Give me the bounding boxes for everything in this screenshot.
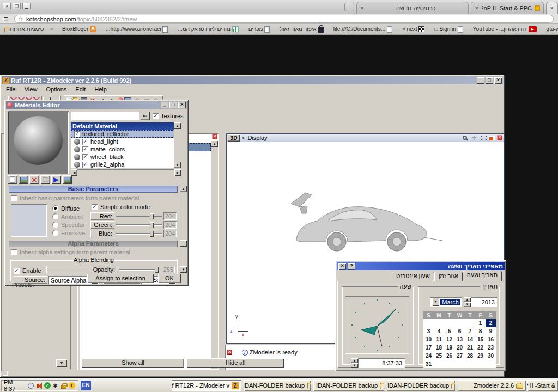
time-up[interactable]: ▲: [351, 358, 358, 363]
inherit-basic-checkbox[interactable]: Inherit basic parameters form parent mat…: [11, 195, 139, 201]
objects-panel-close-icon[interactable]: ✕: [212, 134, 217, 139]
calendar-day[interactable]: 27: [454, 352, 465, 360]
calendar-day[interactable]: 6: [454, 327, 465, 335]
default-material-header[interactable]: Default Material: [71, 122, 181, 130]
month-dropdown[interactable]: ▼ March: [430, 297, 462, 307]
taskbar-task-button[interactable]: IDAN-FOLDER backup: [387, 380, 455, 391]
calendar-day[interactable]: 7: [465, 327, 475, 335]
material-checkbox[interactable]: ✓: [82, 146, 88, 152]
taskbar-task-button[interactable]: IDAN-FOLDER backup: [244, 380, 311, 391]
calendar-day[interactable]: 21: [465, 344, 475, 352]
taskbar-task-button[interactable]: Zmodeler 2.2.6: [458, 380, 526, 391]
year-up[interactable]: ▲: [464, 297, 471, 302]
calendar-day[interactable]: 8: [475, 327, 486, 335]
browser-tab[interactable]: ✕כרטיסייה חדשה: [356, 2, 469, 14]
datetime-title-bar[interactable]: מאפייני תאריך ושעה ? ✕: [337, 262, 505, 270]
diffuse-color-swatch[interactable]: [11, 204, 47, 237]
bookmark-item[interactable]: איפוד מאוד זאול: [277, 26, 325, 33]
show-all-button[interactable]: Show all: [82, 358, 184, 368]
datetime-help-icon[interactable]: ?: [348, 263, 355, 270]
bookmark-item[interactable]: ...file:///C:/Documents: [331, 26, 395, 33]
bookmark-item[interactable]: BloxBlogerB: [60, 26, 98, 32]
materials-scroll-right[interactable]: ▶: [174, 169, 181, 176]
zmodeler-minimize-icon[interactable]: _: [477, 77, 484, 84]
menu-item-edit[interactable]: Edit: [75, 86, 86, 93]
log-close-icon[interactable]: ✕: [227, 350, 232, 355]
material-checkbox[interactable]: ✓: [74, 131, 80, 137]
ok-button[interactable]: OK: [158, 274, 181, 283]
bookmark-item[interactable]: מודים ליורו טראק המ...: [175, 26, 240, 32]
bookmarks-overflow-chevron[interactable]: «: [48, 26, 56, 32]
viewport-close-icon[interactable]: ✕: [497, 135, 502, 140]
calendar-day[interactable]: 18: [434, 344, 444, 352]
calendar-day[interactable]: 31: [423, 360, 434, 368]
tab-close-icon[interactable]: ✕: [360, 5, 365, 11]
calendar-day[interactable]: 3: [423, 327, 434, 335]
assign-to-selection-button[interactable]: Assign to selection: [87, 274, 154, 283]
menu-item-view[interactable]: View: [25, 86, 38, 93]
calendar-day[interactable]: 29: [475, 352, 486, 360]
other-bookmarks-label[interactable]: סימניות אחרות: [8, 26, 46, 32]
radio-emissive[interactable]: Emissive: [52, 229, 90, 237]
zmodeler-title-bar[interactable]: Z Ruf RT12R - ZModeler ver 2.2.6 (Build …: [2, 76, 503, 84]
play-icon[interactable]: ▶: [51, 175, 61, 184]
material-checkbox[interactable]: ✓: [82, 139, 88, 145]
calendar-day[interactable]: 12: [444, 335, 454, 344]
calendar-day[interactable]: 2: [486, 319, 496, 327]
zmodeler-maximize-icon[interactable]: □: [486, 77, 493, 84]
params-scroll-down[interactable]: ▼: [180, 266, 187, 273]
materials-scroll-down[interactable]: ▼: [174, 162, 181, 168]
material-row[interactable]: ✓grille2_alpha: [71, 161, 181, 168]
calendar-day[interactable]: 11: [434, 335, 444, 344]
language-indicator[interactable]: EN: [81, 381, 91, 390]
calendar-day[interactable]: 23: [486, 344, 496, 352]
zmodeler-close-icon[interactable]: ✕: [494, 77, 502, 84]
opacity-slider[interactable]: [119, 266, 159, 273]
calendar-day[interactable]: 20: [454, 344, 465, 352]
browser-tab[interactable]: ✕ky: [546, 2, 558, 14]
calendar-day[interactable]: 25: [434, 352, 444, 360]
objects-scroll-up[interactable]: ▲: [211, 140, 218, 147]
antivirus-icon[interactable]: ✓: [43, 382, 51, 390]
quick-launch-icon[interactable]: ✱: [51, 382, 59, 390]
bookmark-item[interactable]: gta-worldmod: [544, 26, 558, 32]
viewport-mode-button[interactable]: 3D: [228, 134, 240, 142]
materials-scroll-left[interactable]: ◀: [71, 169, 77, 176]
materials-minimize-icon[interactable]: _: [161, 102, 168, 108]
calendar-day[interactable]: 13: [454, 335, 465, 344]
slider-thumb[interactable]: [150, 231, 154, 237]
channel-slider[interactable]: [116, 221, 162, 229]
calendar-day[interactable]: 19: [444, 344, 454, 352]
materials-scroll-up[interactable]: ▲: [174, 122, 181, 129]
menu-item-options[interactable]: Options: [46, 86, 66, 93]
bookmark-item[interactable]: http://www.aironeraci...: [104, 26, 170, 33]
calendar-day[interactable]: 22: [475, 344, 486, 352]
year-value[interactable]: 2013: [471, 297, 497, 307]
taskbar-task-button[interactable]: IDAN-FOLDER backup: [313, 380, 384, 391]
time-down[interactable]: ▼: [351, 363, 358, 368]
slider-thumb[interactable]: [150, 222, 154, 228]
inherit-alpha-checkbox[interactable]: Inherit alpha settings form parent mater…: [11, 249, 130, 255]
material-row[interactable]: ✓matte_colors: [71, 145, 181, 153]
browser-tab[interactable]: ✕PnP II -Start & PPC-: [471, 2, 544, 14]
material-row[interactable]: ✓textured_reflector: [71, 130, 181, 138]
viewport-back-button[interactable]: <: [242, 134, 245, 141]
materials-close-icon[interactable]: ✕: [178, 102, 186, 108]
calendar-day[interactable]: 4: [434, 327, 444, 335]
radio-specular[interactable]: Specular: [52, 220, 90, 229]
materials-hscroll[interactable]: ◀ ▶: [71, 169, 181, 176]
calendar-day[interactable]: 5: [444, 327, 454, 335]
bookmark-star-icon[interactable]: ☆: [18, 15, 23, 22]
time-value[interactable]: 8:37:33: [358, 358, 405, 368]
materials-maximize-icon[interactable]: □: [169, 102, 177, 108]
materials-editor-title-bar[interactable]: Materials Editor _□✕: [6, 101, 187, 109]
calendar-day[interactable]: 1: [475, 319, 486, 327]
taskbar-task-button[interactable]: ...Ruf RT12R - ZModeler vZ: [172, 380, 241, 391]
accounts-icon[interactable]: [59, 382, 68, 390]
layers-icon[interactable]: ❐: [40, 175, 50, 184]
datetime-tab[interactable]: אזור זמן: [434, 272, 463, 281]
material-row[interactable]: ✓wheel_black: [71, 153, 181, 161]
clock-sync-icon[interactable]: [27, 382, 35, 390]
copy-material-icon[interactable]: [19, 175, 28, 184]
find-material-icon[interactable]: ∞: [141, 112, 150, 120]
